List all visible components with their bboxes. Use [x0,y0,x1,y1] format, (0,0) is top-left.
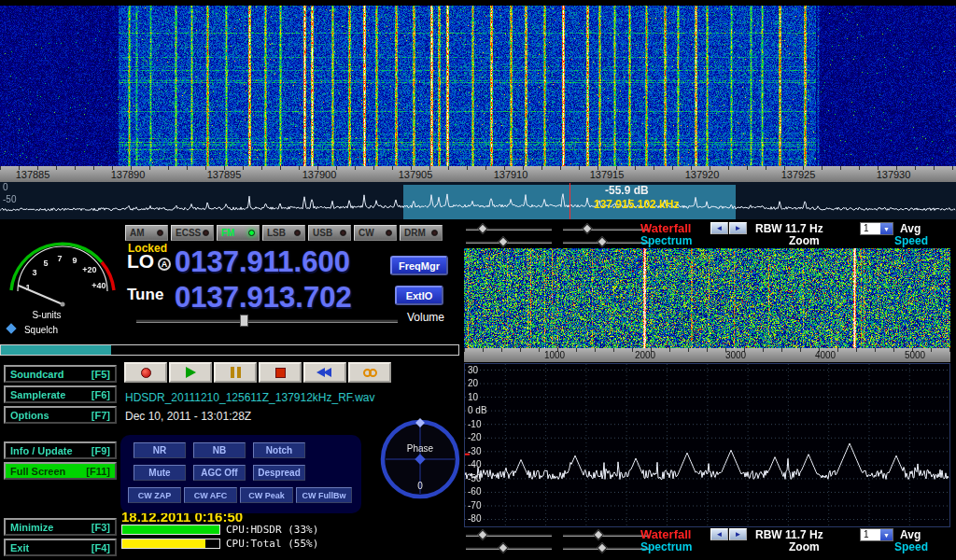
mute-button[interactable]: Mute [134,465,186,481]
audio-waterfall-display[interactable] [464,248,950,348]
audio-spectrum-panel[interactable]: 30 20 10 0 dB -10 -20 -30 -40 -50 -60 -7… [464,363,950,527]
mode-cw-button[interactable]: CW [354,225,397,241]
zoom-out-button[interactable]: ◄ [710,222,728,234]
db-label: -40 [468,459,481,469]
cpu-hdsdr-fill [122,525,219,534]
mode-led-icon [157,230,163,236]
mode-label: USB [313,228,332,238]
audio-freq-label: 1000 [544,350,565,360]
audio-spectrum-display[interactable] [465,364,949,526]
spectrum-toggle[interactable]: Spectrum [640,234,692,247]
volume-slider-track[interactable] [136,319,398,323]
playback-controls [124,362,391,383]
main-waterfall-display[interactable] [0,0,956,166]
volume-slider-handle[interactable] [240,315,248,327]
db-scale-label: 0 [3,182,8,192]
lo-frequency-digits[interactable]: 0137.911.600 [175,245,350,279]
soundcard-button[interactable]: Soundcard[F5] [4,365,117,383]
extio-button[interactable]: ExtIO [395,286,443,305]
waterfall-contrast-slider[interactable] [563,534,649,537]
slider-handle[interactable] [597,542,607,553]
pause-button[interactable] [214,362,257,383]
rbw-label: RBW 11.7 Hz [755,528,823,541]
slider-handle[interactable] [582,223,592,233]
despread-button[interactable]: Despread [253,465,305,481]
slider-handle[interactable] [593,529,603,539]
loop-button[interactable] [348,362,391,383]
squelch-level-bar[interactable] [0,344,459,356]
nb-button[interactable]: NB [193,442,246,458]
mode-label: CW [358,228,374,238]
avg-dropdown[interactable]: 1 ▼ [860,222,893,235]
s-meter[interactable]: 1 3 5 7 9 +20 +40 S-units Squelch [2,222,123,342]
mode-fm-button[interactable]: FM [217,225,260,241]
db-label: 10 [468,392,478,402]
mode-led-icon [340,230,346,236]
mode-usb-button[interactable]: USB [308,225,351,241]
spectrum-min-slider[interactable] [466,547,552,550]
waterfall-toggle[interactable]: Waterfall [640,527,691,541]
squelch-handle[interactable] [6,323,16,333]
button-key: [F9] [91,445,110,456]
waterfall-brightness-slider[interactable] [466,534,552,537]
cw-fullbw-button[interactable]: CW FullBw [296,487,352,503]
cw-zap-button[interactable]: CW ZAP [128,487,181,503]
spectrum-max-slider[interactable] [563,547,649,550]
tune-frequency-digits[interactable]: 0137.913.702 [175,281,352,315]
waterfall-brightness-slider[interactable] [466,228,552,231]
mode-led-icon [431,230,438,236]
lo-a-badge[interactable]: A [158,258,171,271]
exit-button[interactable]: Exit[F4] [4,539,117,556]
waterfall-contrast-slider[interactable] [563,228,649,231]
samplerate-button[interactable]: Samplerate[F6] [4,385,117,403]
cw-afc-button[interactable]: CW AFC [184,487,237,503]
notch-button[interactable]: Notch [253,442,305,458]
stop-button[interactable] [259,362,302,383]
mode-lsb-button[interactable]: LSB [262,225,305,241]
zoom-out-button[interactable]: ◄ [710,528,728,540]
slider-handle[interactable] [477,223,487,233]
spectrum-max-slider[interactable] [563,241,649,244]
main-spectrum-display[interactable] [0,182,956,219]
zoom-in-button[interactable]: ► [729,528,747,540]
minimize-button[interactable]: Minimize[F3] [4,518,117,536]
dropdown-arrow-icon[interactable]: ▼ [880,529,893,540]
record-button[interactable] [124,362,167,383]
frequency-ruler[interactable]: 137885 137890 137895 137900 137905 13791… [0,166,956,182]
meter-tick: +20 [82,265,96,274]
slider-handle[interactable] [498,542,508,553]
button-label: Full Screen [10,466,65,477]
slider-handle[interactable] [597,236,607,246]
play-button[interactable] [169,362,212,383]
rewind-button[interactable] [303,362,346,383]
agc-off-button[interactable]: AGC Off [193,465,246,481]
slider-handle[interactable] [498,236,508,246]
cpu-total-fill [122,539,205,548]
dropdown-arrow-icon[interactable]: ▼ [880,223,893,234]
audio-frequency-ruler[interactable]: 1000 2000 3000 4000 5000 [464,348,950,362]
mode-drm-button[interactable]: DRM [400,225,443,241]
avg-dropdown[interactable]: 1 ▼ [860,528,893,541]
level-fill [1,345,111,355]
options-button[interactable]: Options[F7] [4,406,117,424]
slider-handle[interactable] [477,529,487,539]
meter-tick: 9 [72,256,77,265]
waterfall-toggle[interactable]: Waterfall [640,221,691,235]
nr-button[interactable]: NR [134,442,186,458]
spectrum-toggle[interactable]: Spectrum [640,540,692,553]
phase-dial[interactable]: Phase 0 [379,418,461,500]
db-label: -50 [468,473,481,483]
freq-label: 137910 [494,169,528,180]
mode-am-button[interactable]: AM [125,225,168,241]
zoom-in-button[interactable]: ► [729,222,747,234]
freq-label: 137915 [590,169,625,180]
freqmgr-button[interactable]: FreqMgr [390,256,448,275]
meter-needle [19,286,63,304]
main-spectrum-panel[interactable]: 0 -50 -55.9 dB 137.915.102 kHz [0,182,956,219]
db-label: 0 dB [468,405,487,415]
spectrum-min-slider[interactable] [466,241,552,244]
info-update-button[interactable]: Info / Update[F9] [4,441,117,459]
mode-ecss-button[interactable]: ECSS [171,225,214,241]
cw-peak-button[interactable]: CW Peak [240,487,293,503]
fullscreen-button[interactable]: Full Screen[F11] [4,462,117,480]
